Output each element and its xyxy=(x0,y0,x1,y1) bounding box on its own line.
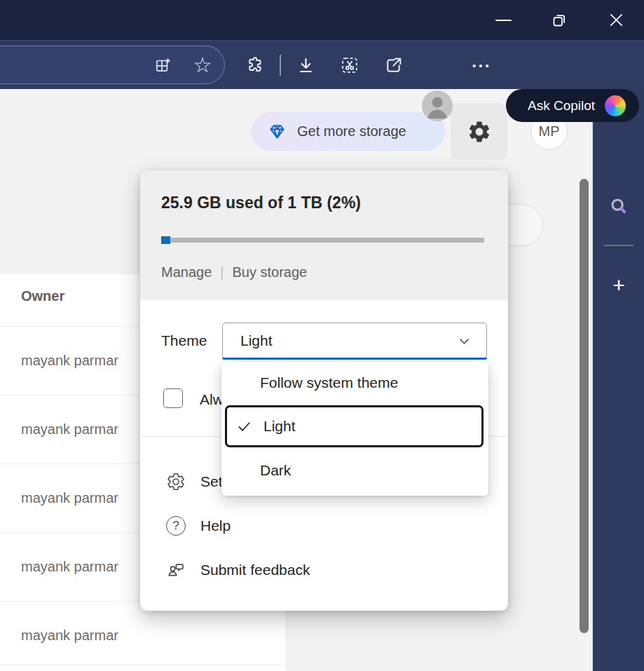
always-checkbox-label: Alw xyxy=(200,391,224,408)
gear-outline-icon xyxy=(166,472,186,492)
settings-popup: 25.9 GB used of 1 TB (2%) Manage | Buy s… xyxy=(140,170,508,611)
always-checkbox[interactable] xyxy=(163,388,183,408)
star-icon: ☆ xyxy=(193,55,212,76)
toolbar-separator xyxy=(280,55,281,76)
menu-item-help[interactable]: ? Help xyxy=(140,510,508,541)
get-more-storage-button[interactable]: Get more storage xyxy=(251,112,445,151)
table-row[interactable]: mayank parmar xyxy=(21,628,118,644)
minimize-icon xyxy=(495,20,512,21)
table-row[interactable]: mayank parmar xyxy=(21,353,118,369)
web-capture-button[interactable] xyxy=(334,41,365,90)
browser-menu-button[interactable]: ••• xyxy=(465,41,496,90)
ask-copilot-button[interactable]: Ask Copilot xyxy=(506,89,639,122)
ellipsis-icon: ••• xyxy=(470,60,492,72)
feedback-menu-label: Submit feedback xyxy=(200,562,310,578)
split-screen-icon xyxy=(154,56,172,74)
restore-button[interactable] xyxy=(538,0,580,40)
browser-profile-button[interactable] xyxy=(422,90,453,121)
theme-dropdown-value: Light xyxy=(240,332,273,349)
download-icon xyxy=(296,56,315,75)
share-icon xyxy=(384,55,404,75)
theme-option-dark[interactable]: Dark xyxy=(221,449,488,492)
profile-avatar-icon xyxy=(422,90,453,121)
checkmark-icon xyxy=(236,419,252,435)
favorites-button[interactable]: ☆ xyxy=(187,41,218,90)
manage-link[interactable]: Manage xyxy=(161,264,212,280)
settings-gear-button[interactable] xyxy=(451,103,507,160)
theme-option-follow-system[interactable]: Follow system theme xyxy=(221,362,488,404)
table-row[interactable]: mayank parmar xyxy=(21,421,118,438)
gear-icon xyxy=(467,119,492,144)
puzzle-icon xyxy=(245,55,265,75)
vertical-scrollbar[interactable] xyxy=(580,179,589,633)
sidebar-add-button[interactable]: + xyxy=(593,266,644,305)
menu-item-submit-feedback[interactable]: Submit feedback xyxy=(140,555,508,585)
owner-column-header[interactable]: Owner xyxy=(21,288,64,304)
split-screen-button[interactable] xyxy=(148,41,179,90)
screenshot-scissors-icon xyxy=(340,55,359,75)
avatar-initials: MP xyxy=(539,123,560,140)
restore-icon xyxy=(551,12,568,29)
table-row[interactable]: mayank parmar xyxy=(21,559,118,575)
browser-toolbar: ☆ xyxy=(0,40,644,89)
search-icon xyxy=(608,196,629,217)
edge-sidebar: + xyxy=(592,89,644,671)
storage-section: 25.9 GB used of 1 TB (2%) Manage | Buy s… xyxy=(140,170,508,300)
buy-storage-link[interactable]: Buy storage xyxy=(232,264,307,280)
links-separator: | xyxy=(220,264,224,280)
ask-copilot-label: Ask Copilot xyxy=(528,98,595,114)
sidebar-search-button[interactable] xyxy=(593,187,644,226)
help-menu-label: Help xyxy=(200,517,231,534)
window-titlebar xyxy=(0,0,644,40)
storage-progress-bar xyxy=(161,238,484,243)
close-icon xyxy=(608,12,624,28)
theme-dropdown[interactable]: Light xyxy=(222,323,487,359)
plus-icon: + xyxy=(612,275,625,296)
share-button[interactable] xyxy=(378,41,409,90)
minimize-button[interactable] xyxy=(482,0,524,40)
close-button[interactable] xyxy=(595,0,637,40)
storage-usage-text: 25.9 GB used of 1 TB (2%) xyxy=(161,194,361,212)
storage-progress-fill xyxy=(161,236,170,244)
table-row[interactable]: mayank parmar xyxy=(21,490,118,506)
downloads-button[interactable] xyxy=(290,41,321,90)
help-icon: ? xyxy=(166,516,186,536)
copilot-icon xyxy=(605,95,626,116)
theme-dropdown-menu: Follow system theme Light Dark xyxy=(221,362,488,496)
row-divider xyxy=(0,665,285,665)
theme-label: Theme xyxy=(161,332,207,349)
theme-option-light[interactable]: Light xyxy=(225,405,484,447)
get-more-storage-label: Get more storage xyxy=(297,123,406,140)
sidebar-divider xyxy=(604,245,633,246)
settings-menu-label: Set xyxy=(200,473,223,490)
chevron-down-icon xyxy=(458,334,471,348)
feedback-icon xyxy=(166,560,186,580)
diamond-icon xyxy=(268,122,287,141)
extensions-button[interactable] xyxy=(240,41,270,90)
